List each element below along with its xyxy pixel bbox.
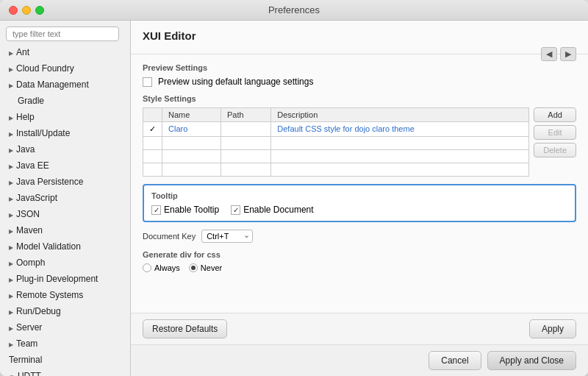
apply-and-close-button[interactable]: Apply and Close xyxy=(487,351,576,370)
empty xyxy=(220,163,270,177)
empty xyxy=(220,137,270,150)
empty xyxy=(162,163,221,177)
maximize-button[interactable] xyxy=(35,6,44,15)
main-content-area: Ant Cloud Foundry Data Management Gradle… xyxy=(0,21,588,376)
delete-button[interactable]: Delete xyxy=(534,143,576,157)
sidebar-item-java-ee[interactable]: Java EE xyxy=(0,157,130,174)
main-footer: Restore Defaults Apply xyxy=(131,313,588,344)
style-table-wrapper: Name Path Description ✓ Claro Default CS… xyxy=(143,107,576,184)
sidebar-item-cloud-foundry[interactable]: Cloud Foundry xyxy=(0,60,130,77)
main-panel: XUI Editor ◀ ▶ Preview Settings Preview … xyxy=(131,21,588,376)
apply-button[interactable]: Apply xyxy=(529,319,576,338)
preview-checkbox-label: Preview using default language settings xyxy=(158,77,313,87)
row-path xyxy=(220,122,270,137)
sidebar-item-team[interactable]: Team xyxy=(0,336,130,352)
enable-document-label: Enable Document xyxy=(243,205,313,215)
tooltip-label: Tooltip xyxy=(151,191,567,200)
page-title: XUI Editor xyxy=(143,29,576,42)
doc-key-row: Document Key Ctrl+T xyxy=(143,230,576,243)
doc-key-select-wrapper: Ctrl+T xyxy=(201,230,253,243)
preview-checkbox[interactable] xyxy=(143,77,152,87)
empty xyxy=(271,137,529,150)
sidebar-item-help[interactable]: Help xyxy=(0,109,130,125)
sidebar-item-java[interactable]: Java xyxy=(0,141,130,157)
sidebar-item-data-management[interactable]: Data Management xyxy=(0,77,130,93)
window-title: Preferences xyxy=(268,4,320,15)
close-button[interactable] xyxy=(9,6,18,15)
preview-section-label: Preview Settings xyxy=(143,63,576,72)
radio-always-label: Always xyxy=(154,263,180,272)
footer-left: Restore Defaults xyxy=(143,319,227,338)
footer-right: Apply xyxy=(529,319,576,338)
sidebar-item-oomph[interactable]: Oomph xyxy=(0,255,130,271)
empty xyxy=(162,137,221,150)
sidebar-item-javascript[interactable]: JavaScript xyxy=(0,190,130,206)
radio-never-button[interactable] xyxy=(189,263,198,272)
restore-defaults-button[interactable]: Restore Defaults xyxy=(143,319,227,338)
radio-never-dot xyxy=(191,266,196,270)
doc-key-select[interactable]: Ctrl+T xyxy=(201,230,253,243)
row-name: Claro xyxy=(162,122,221,137)
style-section-label: Style Settings xyxy=(143,94,576,103)
sidebar-item-plugin-development[interactable]: Plug-in Development xyxy=(0,271,130,287)
radio-row: Always Never xyxy=(143,263,576,272)
empty xyxy=(220,150,270,163)
sidebar-item-udtt[interactable]: UDTT xyxy=(0,368,130,376)
col-description: Description xyxy=(271,108,529,122)
empty xyxy=(143,137,162,150)
dialog-footer: Cancel Apply and Close xyxy=(131,344,588,376)
edit-button[interactable]: Edit xyxy=(534,125,576,140)
col-name: Name xyxy=(162,108,221,122)
sidebar-item-java-persistence[interactable]: Java Persistence xyxy=(0,174,130,190)
table-row-empty2 xyxy=(143,150,529,163)
tooltip-section: Tooltip ✓ Enable Tooltip ✓ Enable Docume… xyxy=(143,184,576,222)
sidebar-item-server[interactable]: Server xyxy=(0,319,130,336)
radio-never: Never xyxy=(189,263,222,272)
table-row: ✓ Claro Default CSS style for dojo claro… xyxy=(143,122,529,137)
sidebar-item-json[interactable]: JSON xyxy=(0,206,130,222)
sidebar-item-run-debug[interactable]: Run/Debug xyxy=(0,303,130,319)
sidebar: Ant Cloud Foundry Data Management Gradle… xyxy=(0,21,131,376)
nav-buttons: ◀ ▶ xyxy=(541,47,576,61)
back-button[interactable]: ◀ xyxy=(541,47,557,61)
empty xyxy=(271,150,529,163)
style-table: Name Path Description ✓ Claro Default CS… xyxy=(143,107,529,177)
empty xyxy=(162,150,221,163)
sidebar-item-model-validation[interactable]: Model Validation xyxy=(0,238,130,255)
radio-always-button[interactable] xyxy=(143,263,151,272)
sidebar-item-maven[interactable]: Maven xyxy=(0,222,130,238)
filter-input[interactable] xyxy=(6,26,119,41)
forward-button[interactable]: ▶ xyxy=(560,47,576,61)
col-path: Path xyxy=(220,108,270,122)
add-button[interactable]: Add xyxy=(534,107,576,122)
table-buttons: Add Edit Delete xyxy=(534,107,576,157)
enable-document-row: ✓ Enable Document xyxy=(231,205,313,215)
row-check: ✓ xyxy=(143,122,162,137)
claro-link[interactable]: Claro xyxy=(168,124,187,133)
traffic-lights xyxy=(9,6,44,15)
enable-tooltip-checkbox[interactable]: ✓ xyxy=(151,205,161,215)
sidebar-item-ant[interactable]: Ant xyxy=(0,44,130,60)
preview-row: Preview using default language settings xyxy=(143,77,576,87)
preferences-window: Preferences Ant Cloud Foundry Data Manag… xyxy=(0,0,588,376)
radio-always: Always xyxy=(143,263,180,272)
row-description: Default CSS style for dojo claro theme xyxy=(271,122,529,137)
empty xyxy=(271,163,529,177)
sidebar-item-gradle[interactable]: Gradle xyxy=(0,93,130,109)
sidebar-item-install-update[interactable]: Install/Update xyxy=(0,125,130,141)
cancel-button[interactable]: Cancel xyxy=(429,351,481,370)
enable-tooltip-row: ✓ Enable Tooltip xyxy=(151,205,219,215)
sidebar-item-terminal[interactable]: Terminal xyxy=(0,352,130,368)
minimize-button[interactable] xyxy=(22,6,31,15)
enable-document-checkbox[interactable]: ✓ xyxy=(231,205,240,215)
table-row-empty1 xyxy=(143,137,529,150)
col-check xyxy=(143,108,162,122)
generate-label: Generate div for css xyxy=(143,250,576,259)
settings-content: Preview Settings Preview using default l… xyxy=(131,54,588,313)
table-row-empty3 xyxy=(143,163,529,177)
tooltip-row: ✓ Enable Tooltip ✓ Enable Document xyxy=(151,205,567,215)
empty xyxy=(143,163,162,177)
empty xyxy=(143,150,162,163)
main-header: XUI Editor ◀ ▶ xyxy=(131,21,588,54)
sidebar-item-remote-systems[interactable]: Remote Systems xyxy=(0,287,130,303)
